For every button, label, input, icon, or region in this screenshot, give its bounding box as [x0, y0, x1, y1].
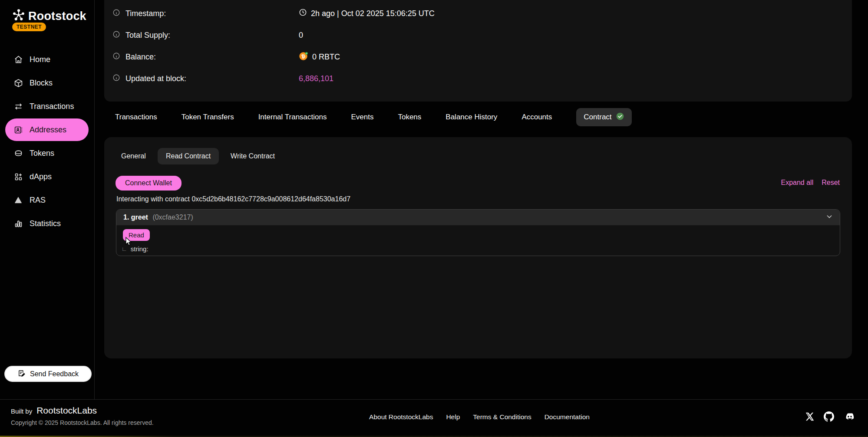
sidebar-item-statistics[interactable]: Statistics: [5, 212, 89, 235]
rootstock-logo-icon: [12, 9, 25, 23]
info-icon[interactable]: [112, 74, 120, 83]
footer-link-terms[interactable]: Terms & Conditions: [473, 413, 531, 421]
contract-subtabs: General Read Contract Write Contract: [117, 148, 279, 164]
feedback-note-icon: [17, 369, 25, 379]
info-icon[interactable]: [112, 9, 120, 18]
method-accordion-header[interactable]: 1. greet (0xcfae3217): [116, 210, 840, 225]
method-selector: (0xcfae3217): [152, 214, 193, 221]
copyright-text: Copyright © 2025 RootstockLabs. All righ…: [11, 419, 154, 426]
method-name: 1. greet: [123, 214, 148, 221]
feedback-label: Send Feedback: [30, 370, 79, 378]
transactions-icon: [13, 102, 23, 111]
method-output: ∟ string:: [122, 245, 149, 253]
method-title: 1. greet (0xcfae3217): [123, 214, 193, 221]
subtab-read-contract[interactable]: Read Contract: [158, 148, 219, 164]
social-links: [805, 411, 855, 422]
verified-check-icon: [616, 112, 624, 122]
contract-card: General Read Contract Write Contract Con…: [104, 137, 852, 358]
info-label: Updated at block:: [125, 74, 186, 83]
contract-method-panel: 1. greet (0xcfae3217) Read ∟ string:: [116, 209, 840, 256]
address-summary-card: Timestamp: 2h ago | Oct 02 2025 15:06:25…: [104, 0, 852, 102]
clock-icon: [299, 8, 307, 19]
tab-balance-history[interactable]: Balance History: [446, 113, 497, 122]
tab-token-transfers[interactable]: Token Transfers: [182, 113, 234, 122]
info-row-total-supply: Total Supply: 0: [104, 24, 852, 46]
sidebar-item-addresses[interactable]: Addresses: [5, 118, 89, 141]
tab-internal-transactions[interactable]: Internal Transactions: [258, 113, 327, 122]
send-feedback-button[interactable]: Send Feedback: [4, 366, 92, 382]
built-by-label: Built by: [11, 407, 32, 415]
address-tabs: Transactions Token Transfers Internal Tr…: [115, 108, 632, 126]
tree-connector-glyph: ∟: [122, 246, 127, 252]
info-row-balance: Balance: ₿ 0 RBTC: [104, 46, 852, 68]
sidebar: Rootstock TESTNET Home Blocks Transacti: [0, 0, 95, 399]
tab-tokens[interactable]: Tokens: [398, 113, 421, 122]
testnet-badge: TESTNET: [12, 23, 46, 31]
github-icon[interactable]: [824, 411, 834, 422]
info-label: Timestamp:: [125, 9, 166, 18]
rbtc-coin-icon: ₿: [299, 51, 308, 63]
footer: Built by RootstockLabs Copyright © 2025 …: [0, 399, 868, 437]
read-button[interactable]: Read: [123, 229, 150, 241]
tab-events[interactable]: Events: [351, 113, 373, 122]
sidebar-item-tokens[interactable]: Tokens: [5, 142, 89, 164]
expand-reset-links: Expand all Reset: [781, 179, 840, 187]
footer-links: About RootstockLabs Help Terms & Conditi…: [369, 413, 590, 421]
subtab-write-contract[interactable]: Write Contract: [227, 148, 279, 164]
info-icon[interactable]: [112, 52, 120, 62]
info-row-timestamp: Timestamp: 2h ago | Oct 02 2025 15:06:25…: [104, 3, 852, 24]
sidebar-item-blocks[interactable]: Blocks: [5, 72, 89, 94]
footer-link-documentation[interactable]: Documentation: [545, 413, 590, 421]
rootstocklabs-wordmark[interactable]: RootstockLabs: [36, 405, 97, 416]
sidebar-nav: Home Blocks Transactions Addresses: [5, 48, 89, 235]
subtab-general[interactable]: General: [117, 148, 150, 164]
statistics-icon: [13, 219, 23, 228]
reset-link[interactable]: Reset: [822, 179, 840, 187]
info-label: Balance:: [125, 53, 156, 62]
sidebar-item-ras[interactable]: RAS: [5, 189, 89, 211]
output-type-label: string:: [131, 245, 149, 253]
updated-block-link[interactable]: 6,886,101: [299, 74, 333, 83]
ras-icon: [13, 195, 23, 205]
balance-value: 0 RBTC: [312, 53, 340, 62]
tab-accounts[interactable]: Accounts: [521, 113, 552, 122]
discord-icon[interactable]: [844, 411, 855, 422]
sidebar-item-label: Home: [30, 55, 50, 64]
sidebar-item-transactions[interactable]: Transactions: [5, 95, 89, 118]
sidebar-item-dapps[interactable]: dApps: [5, 165, 89, 188]
tokens-icon: [13, 148, 23, 158]
brand-name: Rootstock: [28, 10, 86, 23]
x-twitter-icon[interactable]: [805, 412, 814, 421]
dapps-icon: [13, 172, 23, 181]
info-icon[interactable]: [112, 30, 120, 40]
brand-logo[interactable]: Rootstock: [12, 9, 86, 23]
rootstock-explorer-page: Rootstock TESTNET Home Blocks Transacti: [0, 0, 868, 437]
footer-link-about[interactable]: About RootstockLabs: [369, 413, 433, 421]
connect-wallet-button[interactable]: Connect Wallet: [116, 176, 182, 191]
tab-transactions[interactable]: Transactions: [115, 113, 157, 122]
expand-all-link[interactable]: Expand all: [781, 179, 813, 187]
tab-contract-label: Contract: [584, 113, 611, 122]
sidebar-item-label: Transactions: [30, 102, 74, 111]
sidebar-item-label: dApps: [30, 172, 52, 181]
chevron-down-icon: [826, 213, 833, 222]
blocks-icon: [13, 78, 23, 88]
sidebar-item-label: RAS: [30, 196, 46, 205]
info-row-updated-block: Updated at block: 6,886,101: [104, 68, 852, 89]
sidebar-item-label: Tokens: [30, 149, 54, 158]
addresses-icon: [13, 125, 23, 135]
tab-contract[interactable]: Contract: [576, 108, 631, 126]
interacting-with-contract-text: Interacting with contract 0xc5d2b6b48162…: [116, 195, 350, 203]
sidebar-item-label: Addresses: [30, 125, 66, 135]
total-supply-value: 0: [299, 31, 303, 40]
home-icon: [13, 55, 23, 64]
sidebar-item-label: Blocks: [30, 79, 53, 88]
built-by-row: Built by RootstockLabs: [11, 405, 97, 416]
footer-link-help[interactable]: Help: [446, 413, 460, 421]
sidebar-item-label: Statistics: [30, 219, 61, 228]
timestamp-value: 2h ago | Oct 02 2025 15:06:25 UTC: [311, 9, 435, 18]
info-label: Total Supply:: [125, 31, 170, 40]
sidebar-item-home[interactable]: Home: [5, 48, 89, 71]
